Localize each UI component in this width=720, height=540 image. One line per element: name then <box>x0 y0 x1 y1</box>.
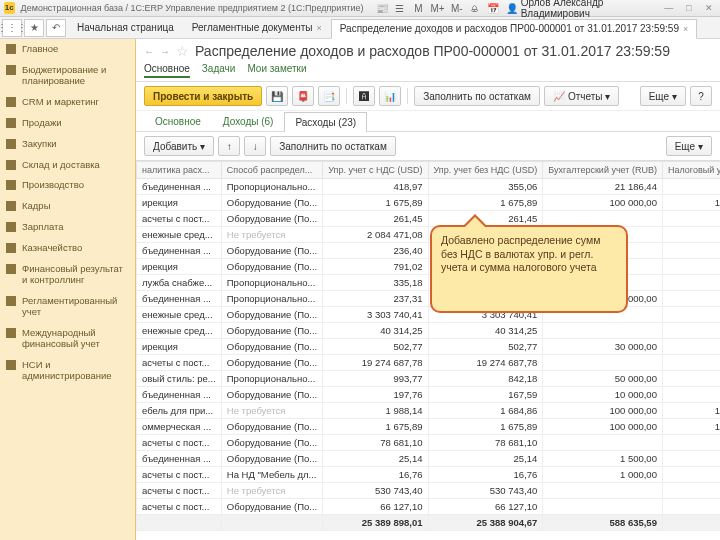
table-row[interactable]: ирекцияОборудование (По...791,0240 000,0… <box>137 259 721 275</box>
add-button[interactable]: Добавить ▾ <box>144 136 214 156</box>
fill-button[interactable]: Заполнить по остаткам <box>270 136 396 156</box>
subtab-main[interactable]: Основное <box>144 61 190 78</box>
subtab-notes[interactable]: Мои заметки <box>247 61 306 78</box>
expenses-grid[interactable]: налитика расх... Способ распредел... Упр… <box>136 160 720 540</box>
table-row[interactable]: асчеты с пост...Оборудование (По...78 68… <box>137 435 721 451</box>
table-row[interactable]: лужба снабже...Пропорционально...335,181… <box>137 275 721 291</box>
page-header: ← → ☆ Распределение доходов и расходов П… <box>136 39 720 61</box>
nav-icon[interactable]: 📰 <box>375 1 387 15</box>
subtabs: Основное Задачи Мои заметки <box>136 61 720 82</box>
table-row[interactable]: бъединенная ...Оборудование (По...25,142… <box>137 451 721 467</box>
table-row[interactable]: асчеты с пост...Оборудование (По...19 27… <box>137 355 721 371</box>
sidebar-item-13[interactable]: НСИ и администрирование <box>0 355 135 387</box>
table-row[interactable]: ирекцияОборудование (По...1 675,891 675,… <box>137 195 721 211</box>
save-button[interactable]: 💾 <box>266 86 288 106</box>
col-upr-novat[interactable]: Упр. учет без НДС (USD) <box>428 162 543 179</box>
reports-button[interactable]: 📈 Отчеты ▾ <box>544 86 620 106</box>
table-row[interactable]: бъединенная ...Оборудование (По...197,76… <box>137 387 721 403</box>
sidebar-item-12[interactable]: Международный финансовый учет <box>0 323 135 355</box>
inner-tabs: Основное Доходы (6) Расходы (23) <box>136 111 720 132</box>
app-title: Демонстрационная база / 1С:ERP Управлени… <box>21 3 364 13</box>
tab-distribution[interactable]: Распределение доходов и расходов ПР00-00… <box>331 19 698 39</box>
col-analytics[interactable]: налитика расх... <box>137 162 222 179</box>
close-icon[interactable]: × <box>683 24 688 34</box>
sidebar-item-9[interactable]: Казначейство <box>0 238 135 259</box>
grid-more-button[interactable]: Еще ▾ <box>666 136 712 156</box>
col-bu[interactable]: Бухгалтерский учет (RUB) <box>543 162 663 179</box>
search-icon[interactable]: ☰ <box>394 1 406 15</box>
table-row[interactable]: бъединенная ...Пропорционально...418,973… <box>137 179 721 195</box>
col-upr-vat[interactable]: Упр. учет с НДС (USD) <box>323 162 428 179</box>
titlebar: 1c Демонстрационная база / 1С:ERP Управл… <box>0 0 720 17</box>
subtab-tasks[interactable]: Задачи <box>202 61 236 78</box>
tabbar: ⋮⋮⋮ ★ ↶ Начальная страница Регламентные … <box>0 17 720 39</box>
fwd-icon[interactable]: → <box>160 46 170 57</box>
page-title: Распределение доходов и расходов ПР00-00… <box>195 43 670 59</box>
table-row[interactable]: енежные сред...Не требуется2 084 471,082… <box>137 227 721 243</box>
favorite-icon[interactable]: ☆ <box>176 43 189 59</box>
tab-reglament[interactable]: Регламентные документы× <box>183 18 331 38</box>
table-row[interactable]: оммерческая ...Оборудование (По...1 675,… <box>137 419 721 435</box>
itab-income[interactable]: Доходы (6) <box>212 111 285 131</box>
tab-home[interactable]: Начальная страница <box>68 18 183 38</box>
main-toolbar: Провести и закрыть 💾 📮 📑 🅰 📊 Заполнить п… <box>136 82 720 111</box>
sidebar-item-6[interactable]: Производство <box>0 175 135 196</box>
sidebar-item-10[interactable]: Финансовый результат и контроллинг <box>0 259 135 291</box>
minimize-button[interactable]: — <box>662 1 676 15</box>
annotation-callout: Добавлено распределение сумм без НДС в в… <box>430 225 628 313</box>
table-row[interactable]: енежные сред...Оборудование (По...40 314… <box>137 323 721 339</box>
a-button[interactable]: 🅰 <box>353 86 375 106</box>
sidebar-item-8[interactable]: Зарплата <box>0 217 135 238</box>
grid-toolbar: Добавить ▾ ↑ ↓ Заполнить по остаткам Еще… <box>136 132 720 160</box>
close-icon[interactable]: × <box>316 23 321 33</box>
more-button[interactable]: Еще ▾ <box>640 86 686 106</box>
app-logo: 1c <box>4 2 15 14</box>
col-tax[interactable]: Налоговый учет (RUB) <box>662 162 720 179</box>
star-button[interactable]: ★ <box>24 19 44 37</box>
sidebar-item-7[interactable]: Кадры <box>0 196 135 217</box>
calc-icon[interactable]: 📅 <box>487 1 499 15</box>
up-button[interactable]: ↑ <box>218 136 240 156</box>
history-button[interactable]: ↶ <box>46 19 66 37</box>
table-row[interactable]: ебель для при...Не требуется1 988,141 68… <box>137 403 721 419</box>
post-close-button[interactable]: Провести и закрыть <box>144 86 262 106</box>
table-row[interactable]: ирекцияОборудование (По...502,77502,7730… <box>137 339 721 355</box>
dt-button[interactable]: 📑 <box>318 86 340 106</box>
sidebar-item-2[interactable]: CRM и маркетинг <box>0 92 135 113</box>
table-row[interactable]: асчеты с пост...Оборудование (По...261,4… <box>137 211 721 227</box>
table-row[interactable]: бъединенная ...Пропорционально...237,312… <box>137 291 721 307</box>
sidebar-item-0[interactable]: Главное <box>0 39 135 60</box>
sidebar-item-5[interactable]: Склад и доставка <box>0 155 135 176</box>
totals-row: 25 389 898,0125 388 904,67588 635,59 <box>137 515 721 531</box>
col-method[interactable]: Способ распредел... <box>221 162 322 179</box>
content: ← → ☆ Распределение доходов и расходов П… <box>136 39 720 540</box>
post-button[interactable]: 📮 <box>292 86 314 106</box>
itab-expenses[interactable]: Расходы (23) <box>284 112 367 132</box>
itab-main[interactable]: Основное <box>144 111 212 131</box>
apps-button[interactable]: ⋮⋮⋮ <box>2 19 22 37</box>
sidebar-item-3[interactable]: Продажи <box>0 113 135 134</box>
table-row[interactable]: енежные сред...Оборудование (По...3 303 … <box>137 307 721 323</box>
maximize-button[interactable]: □ <box>682 1 696 15</box>
table-row[interactable]: бъединенная ...Оборудование (По...236,40 <box>137 243 721 259</box>
m-icon[interactable]: M <box>412 1 424 15</box>
table-row[interactable]: овый стиль: ре...Пропорционально...993,7… <box>137 371 721 387</box>
sidebar-item-1[interactable]: Бюджетирование и планирование <box>0 60 135 92</box>
back-icon[interactable]: ← <box>144 46 154 57</box>
b-button[interactable]: 📊 <box>379 86 401 106</box>
table-row[interactable]: асчеты с пост...Не требуется530 743,4053… <box>137 483 721 499</box>
sidebar-item-11[interactable]: Регламентированный учет <box>0 291 135 323</box>
fill-remains-button[interactable]: Заполнить по остаткам <box>414 86 540 106</box>
mminus-icon[interactable]: M- <box>451 1 463 15</box>
mplus-icon[interactable]: M+ <box>431 1 445 15</box>
table-row[interactable]: асчеты с пост...Оборудование (По...66 12… <box>137 499 721 515</box>
table-row[interactable]: асчеты с пост...На НД "Мебель дл...16,76… <box>137 467 721 483</box>
help-button[interactable]: ? <box>690 86 712 106</box>
sidebar: ГлавноеБюджетирование и планированиеCRM … <box>0 39 136 540</box>
sidebar-item-4[interactable]: Закупки <box>0 134 135 155</box>
close-button[interactable]: ✕ <box>702 1 716 15</box>
down-button[interactable]: ↓ <box>244 136 266 156</box>
bell-icon[interactable]: 🕭 <box>469 1 481 15</box>
user-name[interactable]: 👤Орлов Александр Владимирович <box>506 0 656 19</box>
